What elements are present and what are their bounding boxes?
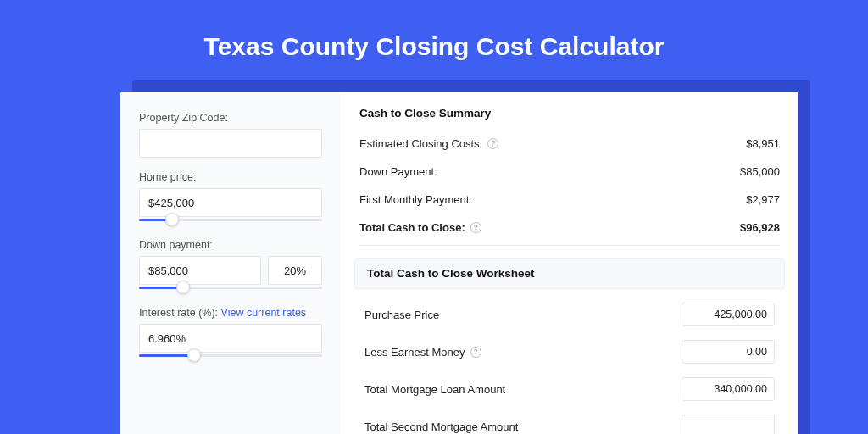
zip-field-group: Property Zip Code: (139, 112, 322, 158)
summary-row-first-monthly: First Monthly Payment: $2,977 (359, 186, 780, 214)
summary-total-value: $96,928 (740, 221, 780, 234)
worksheet-input[interactable] (682, 303, 775, 326)
worksheet-row-earnest-money: Less Earnest Money ? (359, 333, 780, 370)
worksheet-label: Purchase Price (364, 309, 439, 321)
interest-rate-label-text: Interest rate (%): (139, 307, 218, 319)
summary-title: Cash to Close Summary (359, 107, 780, 120)
summary-label: Down Payment: (359, 165, 437, 178)
summary-row-down-payment: Down Payment: $85,000 (359, 158, 780, 186)
worksheet-input[interactable] (682, 340, 775, 364)
worksheet-label: Total Second Mortgage Amount (364, 420, 518, 433)
calculator-card: Property Zip Code: Home price: Down paym… (120, 92, 798, 434)
help-icon[interactable]: ? (470, 347, 481, 358)
down-payment-label: Down payment: (139, 239, 322, 251)
home-price-field-group: Home price: (139, 171, 322, 225)
summary-row-closing-costs: Estimated Closing Costs: ? $8,951 (359, 130, 780, 158)
summary-row-total: Total Cash to Close: ? $96,928 (359, 214, 780, 242)
slider-fill (139, 354, 194, 357)
home-price-label: Home price: (139, 171, 322, 183)
zip-label: Property Zip Code: (139, 112, 322, 124)
summary-value: $8,951 (746, 137, 780, 150)
slider-thumb[interactable] (187, 348, 201, 362)
interest-rate-field-group: Interest rate (%): View current rates (139, 307, 322, 361)
interest-rate-input[interactable] (139, 324, 322, 353)
help-icon[interactable]: ? (487, 138, 498, 149)
home-price-input[interactable] (139, 188, 322, 217)
down-payment-input[interactable] (139, 256, 261, 285)
summary-total-label: Total Cash to Close: (359, 221, 465, 234)
summary-label: Estimated Closing Costs: (359, 137, 482, 150)
worksheet-input[interactable] (682, 377, 775, 401)
results-pane: Cash to Close Summary Estimated Closing … (341, 92, 798, 434)
worksheet-row-mortgage-loan: Total Mortgage Loan Amount (359, 370, 780, 408)
interest-rate-slider[interactable] (139, 351, 322, 361)
home-price-slider[interactable] (139, 215, 322, 225)
worksheet-row-second-mortgage: Total Second Mortgage Amount (359, 408, 780, 434)
zip-input[interactable] (139, 129, 322, 158)
page-title: Texas County Closing Cost Calculator (0, 32, 868, 61)
help-icon[interactable]: ? (470, 222, 481, 233)
inputs-pane: Property Zip Code: Home price: Down paym… (120, 92, 341, 434)
slider-thumb[interactable] (176, 281, 190, 294)
down-payment-pct-input[interactable] (268, 256, 322, 285)
worksheet-label: Less Earnest Money (364, 346, 465, 359)
slider-thumb[interactable] (165, 213, 179, 226)
interest-rate-label: Interest rate (%): View current rates (139, 307, 322, 319)
worksheet-row-purchase-price: Purchase Price (359, 296, 780, 333)
summary-value: $2,977 (746, 193, 780, 206)
worksheet-section: Total Cash to Close Worksheet Purchase P… (359, 258, 780, 434)
down-payment-field-group: Down payment: (139, 239, 322, 293)
worksheet-title: Total Cash to Close Worksheet (354, 258, 785, 289)
view-rates-link[interactable]: View current rates (221, 307, 307, 319)
summary-section: Cash to Close Summary Estimated Closing … (359, 107, 780, 246)
worksheet-input[interactable] (682, 415, 775, 434)
summary-label: First Monthly Payment: (359, 193, 472, 206)
down-payment-slider[interactable] (139, 283, 322, 293)
summary-value: $85,000 (740, 165, 780, 178)
worksheet-label: Total Mortgage Loan Amount (364, 383, 505, 396)
